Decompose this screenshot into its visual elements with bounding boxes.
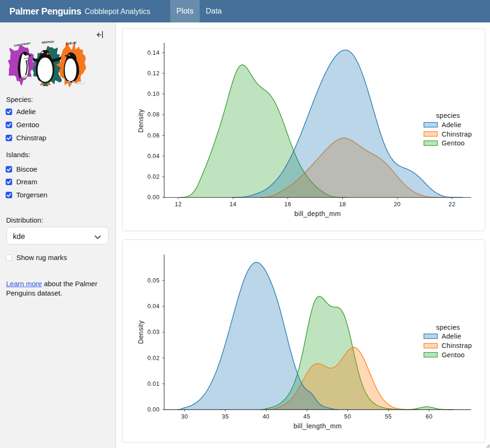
svg-text:0.02: 0.02 xyxy=(147,355,159,361)
svg-text:22: 22 xyxy=(448,201,455,208)
svg-text:Density: Density xyxy=(137,320,144,344)
svg-text:species: species xyxy=(436,111,460,119)
svg-text:50: 50 xyxy=(344,413,351,420)
svg-text:12: 12 xyxy=(174,201,181,208)
svg-text:35: 35 xyxy=(222,413,229,420)
svg-text:0.10: 0.10 xyxy=(147,91,159,97)
svg-text:0.14: 0.14 xyxy=(147,49,159,56)
svg-text:GENTOO!: GENTOO! xyxy=(42,40,54,44)
svg-text:Adelie: Adelie xyxy=(441,121,461,129)
svg-text:0.04: 0.04 xyxy=(147,152,159,159)
svg-text:species: species xyxy=(436,324,460,331)
svg-text:Adelie: Adelie xyxy=(441,332,461,340)
svg-text:20: 20 xyxy=(394,201,401,208)
svg-text:0.03: 0.03 xyxy=(147,329,159,335)
svg-text:0.01: 0.01 xyxy=(147,381,159,387)
svg-text:40: 40 xyxy=(262,413,269,420)
svg-text:Chinstrap: Chinstrap xyxy=(441,342,472,349)
svg-text:Gentoo: Gentoo xyxy=(441,351,464,359)
svg-text:0.06: 0.06 xyxy=(147,132,159,138)
svg-text:14: 14 xyxy=(229,201,236,208)
svg-text:30: 30 xyxy=(181,413,188,420)
svg-text:Gentoo: Gentoo xyxy=(441,139,464,147)
svg-text:0.08: 0.08 xyxy=(147,111,159,118)
svg-text:bill_length_mm: bill_length_mm xyxy=(293,422,341,430)
svg-text:18: 18 xyxy=(339,201,346,208)
svg-text:0.05: 0.05 xyxy=(147,277,159,284)
svg-text:55: 55 xyxy=(385,413,392,420)
svg-text:0.04: 0.04 xyxy=(147,303,159,310)
svg-text:bill_depth_mm: bill_depth_mm xyxy=(294,210,341,217)
svg-text:@allison_horst: @allison_horst xyxy=(76,83,85,85)
svg-text:Density: Density xyxy=(137,109,144,133)
svg-text:Chinstrap: Chinstrap xyxy=(441,130,472,137)
svg-text:0.00: 0.00 xyxy=(147,194,159,201)
svg-text:60: 60 xyxy=(425,413,432,420)
svg-text:0.02: 0.02 xyxy=(147,173,159,180)
svg-text:45: 45 xyxy=(303,413,310,420)
svg-text:0.12: 0.12 xyxy=(147,70,159,77)
svg-text:0.00: 0.00 xyxy=(147,406,159,413)
svg-text:16: 16 xyxy=(284,201,291,208)
